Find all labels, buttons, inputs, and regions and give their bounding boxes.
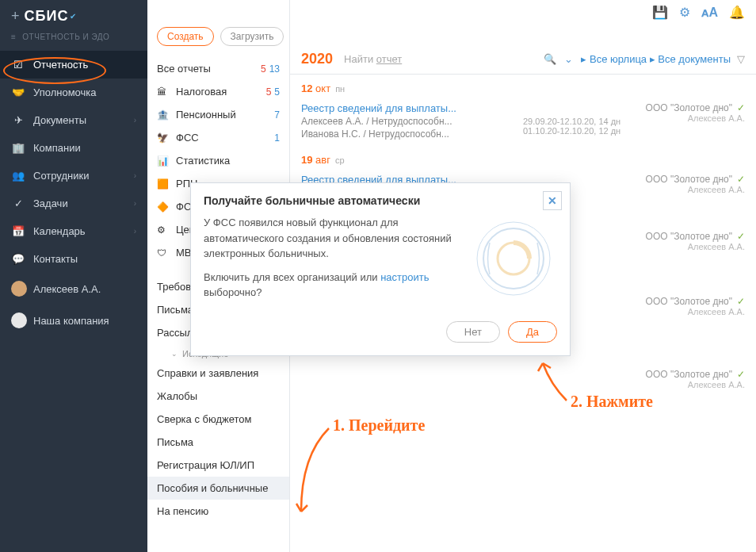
doc-meta: ООО "Золотое дно"✓ Алексеев А.А. xyxy=(642,174,745,194)
nav-label: Контакты xyxy=(33,253,78,265)
search-icon[interactable]: 🔍 xyxy=(544,53,556,65)
doc-row[interactable]: ООО "Золотое дно"✓ Алексеев А.А. xyxy=(301,366,745,393)
stats-icon: 📊 xyxy=(157,155,171,167)
cat-pension2[interactable]: На пенсию xyxy=(147,500,289,523)
logo: + СБИС ✔ xyxy=(0,0,147,29)
calendar-icon: 📅 xyxy=(11,225,25,237)
doc-subtitle: Алексеев А.А. / Нетрудоспособн... xyxy=(301,116,523,127)
cat-certs[interactable]: Справки и заявления xyxy=(147,362,289,385)
hamburger-icon[interactable]: ≡ xyxy=(11,33,16,41)
check-icon: ✓ xyxy=(11,197,25,209)
reports-icon: ☑ xyxy=(11,59,25,71)
nav-label: Календарь xyxy=(33,225,86,237)
cat-sick-leave[interactable]: Пособия и больничные xyxy=(147,477,289,500)
check-icon: ✓ xyxy=(737,296,745,307)
nav-company[interactable]: Наша компания xyxy=(0,305,147,336)
chevron-down-icon[interactable]: ⌄ xyxy=(564,53,573,65)
chevron-right-icon: › xyxy=(134,227,136,236)
check-icon: ✓ xyxy=(737,102,745,113)
gear-icon[interactable]: ⚙ xyxy=(679,5,690,20)
cat-label: Сверка с бюджетом xyxy=(157,413,280,425)
modal-body: У ФСС появился новый функционал для авто… xyxy=(191,215,570,313)
doc-row[interactable]: Реестр сведений для выплаты... Алексеев … xyxy=(301,99,745,143)
create-button[interactable]: Создать xyxy=(157,27,214,46)
cat-registration[interactable]: Регистрация ЮЛ/ИП xyxy=(147,454,289,477)
nav-label: Сотрудники xyxy=(33,170,89,182)
rpn-icon: 🟧 xyxy=(157,178,171,190)
doc-meta: ООО "Золотое дно"✓ Алексеев А.А. xyxy=(642,231,745,251)
search-label: Найти xyxy=(344,53,373,65)
nav-label: Компании xyxy=(33,142,81,154)
nav-upolnomochka[interactable]: 🤝 Уполномочка xyxy=(0,79,147,106)
logo-text: СБИС xyxy=(25,8,69,25)
cat-tax[interactable]: 🏛 Налоговая 55 xyxy=(147,80,289,103)
cat-label: Статистика xyxy=(176,155,280,167)
cat-count: 1 xyxy=(274,132,280,144)
cat-label: ФСС xyxy=(176,132,274,144)
settings-link[interactable]: настроить xyxy=(380,271,429,283)
fss-icon: 🦅 xyxy=(157,132,171,144)
filter-orgs[interactable]: ▸ Все юрлица xyxy=(581,53,647,65)
sidebar: + СБИС ✔ ≡ ОТЧЕТНОСТЬ И ЭДО ☑ Отчетность… xyxy=(0,0,147,552)
check-icon: ✓ xyxy=(737,231,745,242)
nav-companies[interactable]: 🏢 Компании xyxy=(0,134,147,162)
cat-pension[interactable]: 🏦 Пенсионный 7 xyxy=(147,103,289,126)
plus-icon[interactable]: + xyxy=(11,8,20,25)
doc-meta: ООО "Золотое дно"✓ Алексеев А.А. xyxy=(642,296,745,316)
yes-button[interactable]: Да xyxy=(508,321,557,343)
modal-footer: Нет Да xyxy=(191,313,570,355)
company-icon xyxy=(11,312,27,328)
subhead-text: ОТЧЕТНОСТЬ И ЭДО xyxy=(22,33,109,41)
nav-label: Задачи xyxy=(33,197,68,209)
cat-stats[interactable]: 📊 Статистика xyxy=(147,149,289,172)
cat-all[interactable]: Все отчеты 513 xyxy=(147,57,289,80)
cat-budget[interactable]: Сверка с бюджетом xyxy=(147,408,289,431)
nav-employees[interactable]: 👥 Сотрудники › xyxy=(0,162,147,190)
cat-fss[interactable]: 🦅 ФСС 1 xyxy=(147,126,289,149)
cat-label: Пенсионный xyxy=(176,109,274,121)
pension-icon: 🏦 xyxy=(157,109,171,121)
cat-label: Жалобы xyxy=(157,390,280,402)
year-filter[interactable]: 2020 xyxy=(301,51,333,67)
nav-tasks[interactable]: ✓ Задачи › xyxy=(0,190,147,217)
font-icon[interactable]: ᴀA xyxy=(701,5,718,20)
chat-icon: 💬 xyxy=(11,253,25,265)
doc-title: Реестр сведений для выплаты... xyxy=(301,102,523,114)
chevron-right-icon: › xyxy=(134,199,136,208)
no-button[interactable]: Нет xyxy=(446,321,500,343)
cat-label: Письма xyxy=(157,436,280,448)
nav-documents[interactable]: ✈ Документы › xyxy=(0,106,147,134)
upload-button[interactable]: Загрузить xyxy=(220,27,284,46)
nav-user[interactable]: Алексеев А.А. xyxy=(0,273,147,305)
doc-meta: ООО "Золотое дно"✓ Алексеев А.А. xyxy=(642,102,745,140)
nav-calendar[interactable]: 📅 Календарь › xyxy=(0,217,147,245)
cat-count: 7 xyxy=(274,109,280,121)
nav-label: Отчетность xyxy=(33,59,88,71)
search-box[interactable]: Найти отчет 🔍 xyxy=(344,53,564,65)
close-button[interactable]: ✕ xyxy=(543,191,562,210)
check-icon: ✓ xyxy=(737,174,745,185)
nav-reports[interactable]: ☑ Отчетность xyxy=(0,51,147,79)
filter-docs[interactable]: ▸ Все документы xyxy=(650,53,731,65)
save-icon[interactable]: 💾 xyxy=(652,5,668,20)
nav-contacts[interactable]: 💬 Контакты xyxy=(0,245,147,273)
cat-complaints[interactable]: Жалобы xyxy=(147,385,289,408)
building-icon: 🏢 xyxy=(11,142,25,154)
mvd-icon: 🛡 xyxy=(157,247,171,259)
funnel-icon[interactable]: ▽ xyxy=(737,53,745,65)
nav-label: Наша компания xyxy=(33,315,109,327)
doc-dates: 29.09.20-12.10.20, 14 дн 01.10.20-12.10.… xyxy=(523,102,642,140)
handshake-icon: 🤝 xyxy=(11,86,25,98)
modal-dialog: Получайте больничные автоматически ✕ У Ф… xyxy=(190,182,571,356)
nav-label: Алексеев А.А. xyxy=(33,283,101,295)
cat-label: Налоговая xyxy=(176,86,266,98)
bell-icon[interactable]: 🔔 xyxy=(729,5,745,20)
top-toolbar: 💾 ⚙ ᴀA 🔔 xyxy=(652,5,745,20)
cat-letters2[interactable]: Письма xyxy=(147,431,289,454)
cat-label: Пособия и больничные xyxy=(157,482,280,494)
people-icon: 👥 xyxy=(11,170,25,182)
doc-subtitle: Иванова Н.С. / Нетрудоспособн... xyxy=(301,128,523,140)
chevron-right-icon: › xyxy=(134,116,136,125)
cat-label: Регистрация ЮЛ/ИП xyxy=(157,459,280,471)
modal-text: У ФСС появился новый функционал для авто… xyxy=(204,215,459,302)
